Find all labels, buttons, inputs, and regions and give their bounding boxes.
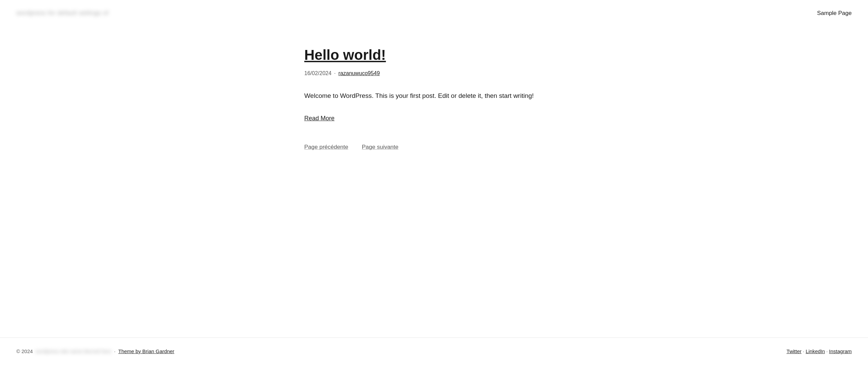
post-date: 16/02/2024 [304,69,331,78]
theme-link[interactable]: Theme by Brian Gardner [118,348,174,354]
footer-site-name: wordpress site name blurred here [36,347,111,355]
footer-sep-2: · [826,347,828,355]
post-text: Welcome to WordPress. This is your first… [304,90,564,101]
footer-separator: · [114,347,115,355]
instagram-link[interactable]: Instagram [829,347,852,355]
post-content: Welcome to WordPress. This is your first… [304,90,564,101]
pagination: Page précédente Page suivante [304,142,564,152]
prev-page-link[interactable]: Page précédente [304,142,348,152]
site-header: wordpress for default settings of Sample… [0,0,868,26]
post-title-link[interactable]: Hello world! [304,47,386,63]
post-meta: 16/02/2024 · razanuwuco9549 [304,69,564,78]
post-title: Hello world! [304,47,564,64]
post-author: razanuwuco9549 [339,69,380,78]
main-nav: Sample Page [817,8,852,18]
footer-sep-1: · [803,347,804,355]
site-footer: © 2024 wordpress site name blurred here … [0,337,868,365]
theme-credit: Theme by Brian Gardner [118,347,174,355]
nav-sample-page[interactable]: Sample Page [817,10,852,16]
footer-social: Twitter · LinkedIn · Instagram [786,347,852,355]
blog-post: Hello world! 16/02/2024 · razanuwuco9549… [304,47,564,152]
site-title: wordpress for default settings of [16,8,109,18]
footer-left: © 2024 wordpress site name blurred here … [16,347,174,355]
main-content: Hello world! 16/02/2024 · razanuwuco9549… [288,47,580,310]
meta-separator: · [334,69,336,78]
linkedin-link[interactable]: LinkedIn [806,347,825,355]
next-page-link[interactable]: Page suivante [362,142,399,152]
twitter-link[interactable]: Twitter [786,347,801,355]
author-link[interactable]: razanuwuco9549 [339,70,380,76]
footer-copyright: © 2024 [16,347,33,355]
read-more-link[interactable]: Read More [304,114,334,123]
